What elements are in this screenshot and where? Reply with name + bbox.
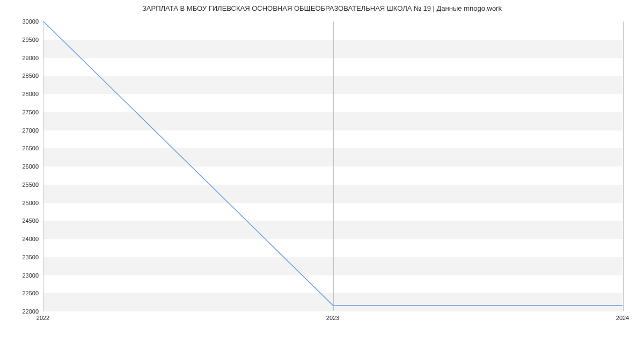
y-tick-label: 26000 xyxy=(6,163,39,170)
y-tick-label: 22500 xyxy=(6,290,39,296)
y-tick-label: 28000 xyxy=(6,91,39,97)
y-tick-label: 24500 xyxy=(6,217,39,224)
y-tick-label: 23000 xyxy=(6,272,39,279)
chart-title: ЗАРПЛАТА В МБОУ ГИЛЕВСКАЯ ОСНОВНАЯ ОБЩЕО… xyxy=(0,4,644,12)
y-tick-label: 25500 xyxy=(6,181,39,188)
x-tick-label: 2023 xyxy=(326,315,339,321)
x-tick-label: 2024 xyxy=(616,315,629,321)
y-tick-label: 25000 xyxy=(6,200,39,206)
y-tick-label: 24000 xyxy=(6,236,39,242)
y-tick-label: 27000 xyxy=(6,127,39,134)
chart-container: ЗАРПЛАТА В МБОУ ГИЛЕВСКАЯ ОСНОВНАЯ ОБЩЕО… xyxy=(0,0,644,349)
plot-area xyxy=(43,21,623,311)
x-gridline xyxy=(623,21,624,311)
y-tick-label: 29000 xyxy=(6,55,39,61)
y-tick-label: 30000 xyxy=(6,18,39,25)
y-tick-label: 28500 xyxy=(6,72,39,79)
x-tick-label: 2022 xyxy=(36,315,49,321)
y-tick-label: 29500 xyxy=(6,37,39,43)
y-tick-label: 22000 xyxy=(6,308,39,315)
y-tick-label: 27500 xyxy=(6,109,39,115)
y-tick-label: 23500 xyxy=(6,254,39,260)
line-layer xyxy=(43,21,623,311)
y-tick-label: 26500 xyxy=(6,145,39,151)
series-line xyxy=(43,21,623,306)
